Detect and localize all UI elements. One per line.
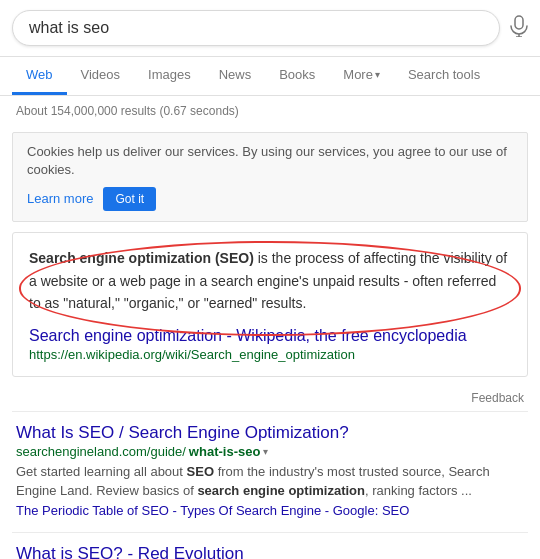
- result-1-sublinks[interactable]: The Periodic Table of SEO - Types Of Sea…: [16, 503, 524, 518]
- search-bar-container: what is seo: [0, 0, 540, 57]
- mic-icon[interactable]: [510, 15, 528, 42]
- tab-more[interactable]: More ▾: [329, 57, 394, 95]
- featured-snippet-text: Search engine optimization (SEO) is the …: [29, 247, 511, 314]
- feedback-label[interactable]: Feedback: [471, 391, 524, 405]
- tab-news[interactable]: News: [205, 57, 266, 95]
- search-input[interactable]: what is seo: [12, 10, 500, 46]
- featured-snippet-url: https://en.wikipedia.org/wiki/Search_eng…: [29, 347, 511, 362]
- result-1-title[interactable]: What Is SEO / Search Engine Optimization…: [16, 422, 524, 444]
- result-item: What is SEO? - Red Evolution www.redevol…: [0, 533, 540, 559]
- tab-search-tools[interactable]: Search tools: [394, 57, 494, 95]
- chevron-down-icon: ▾: [375, 69, 380, 80]
- tab-web[interactable]: Web: [12, 57, 67, 95]
- featured-snippet: Search engine optimization (SEO) is the …: [12, 232, 528, 376]
- cookie-notice-text: Cookies help us deliver our services. By…: [27, 144, 507, 177]
- cookie-notice: Cookies help us deliver our services. By…: [12, 132, 528, 222]
- result-1-url-bold: what-is-seo: [189, 444, 261, 459]
- featured-snippet-bold: Search engine optimization (SEO): [29, 250, 254, 266]
- got-it-button[interactable]: Got it: [103, 187, 156, 211]
- result-2-title[interactable]: What is SEO? - Red Evolution: [16, 543, 524, 559]
- learn-more-link[interactable]: Learn more: [27, 190, 93, 208]
- result-item: What Is SEO / Search Engine Optimization…: [0, 412, 540, 532]
- result-1-snippet: Get started learning all about SEO from …: [16, 462, 524, 501]
- result-1-url-prefix: searchengineland.com/guide/: [16, 444, 186, 459]
- nav-tabs: Web Videos Images News Books More ▾ Sear…: [0, 57, 540, 96]
- cookie-notice-actions: Learn more Got it: [27, 187, 513, 211]
- result-1-url: searchengineland.com/guide/what-is-seo ▾: [16, 444, 524, 459]
- feedback-row: Feedback: [0, 387, 540, 411]
- tab-books[interactable]: Books: [265, 57, 329, 95]
- featured-snippet-link[interactable]: Search engine optimization - Wikipedia, …: [29, 327, 511, 345]
- tab-images[interactable]: Images: [134, 57, 205, 95]
- result-1-url-arrow[interactable]: ▾: [263, 446, 268, 457]
- tab-videos[interactable]: Videos: [67, 57, 135, 95]
- svg-rect-0: [515, 16, 523, 29]
- results-info: About 154,000,000 results (0.67 seconds): [0, 96, 540, 126]
